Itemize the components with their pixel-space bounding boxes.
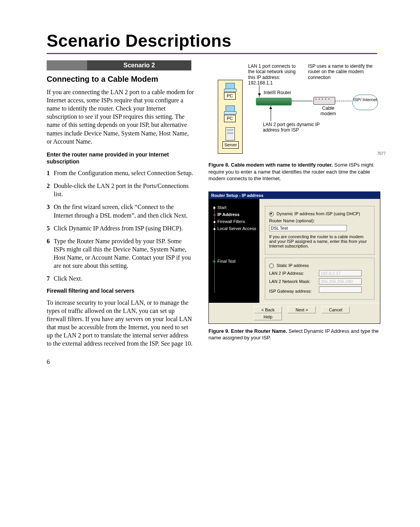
page-title: Scenario Descriptions (47, 31, 377, 51)
step: 3On the first wizard screen, click “Conn… (47, 203, 194, 219)
step: 2Double-click the LAN 2 port in the Port… (47, 182, 194, 198)
router-name-input[interactable]: DSL Test (269, 225, 347, 231)
cloud-icon: ISP/ Internet (352, 95, 378, 110)
nav-local-server[interactable]: Local Server Access (214, 226, 256, 231)
section-heading: Connecting to a Cable Modem (47, 74, 194, 84)
step: 7Click Next. (47, 274, 194, 283)
lan2-mask-label: LAN 2 Network Mask: (269, 279, 319, 284)
title-rule (47, 53, 377, 54)
help-button[interactable]: Help (254, 313, 282, 320)
pc-icon (224, 105, 236, 114)
nav-firewall[interactable]: Firewall Filters (214, 219, 256, 224)
pc-icon (224, 83, 236, 91)
gateway-label: ISP Gateway address: (269, 289, 319, 293)
wizard-nav: Start IP Address Firewall Filters Local … (209, 199, 259, 303)
figure8-caption: Figure 8. Cable modem with name to ident… (208, 162, 387, 182)
step: 5Click Dynamic IP Address from ISP (usin… (47, 224, 194, 232)
pc-label: PC (224, 115, 236, 122)
lan2-ip-label: LAN 2 IP Address: (269, 271, 319, 276)
steps-list: 1From the Configuration menu, select Con… (47, 169, 194, 283)
pc-label: PC (224, 92, 236, 100)
firewall-paragraph: To increase security to your local LAN, … (47, 299, 194, 348)
router-setup-dialog: Router Setup - IP address Start IP Addre… (208, 191, 380, 324)
lan2-text: LAN 2 port gets dynamic IP address from … (263, 122, 329, 133)
subheading-firewall: Firewall filtering and local servers (47, 287, 194, 294)
modem-icon (313, 97, 335, 105)
subheading-router-name: Enter the router name provided in your I… (47, 151, 194, 165)
server-icon (226, 127, 235, 141)
scenario-bar: Scenario 2 (47, 60, 194, 70)
lan2-ip-input[interactable]: 192.0.2.17 (319, 270, 362, 276)
isp-text: ISP uses a name to identify the router o… (308, 63, 374, 80)
server-label: Server (222, 141, 239, 149)
step: 1From the Configuration menu, select Con… (47, 169, 194, 177)
nav-final-test[interactable]: Final Test (214, 259, 256, 264)
figure9-caption: Figure 9. Enter the Router Name. Select … (208, 328, 387, 341)
back-button[interactable]: < Back (254, 306, 282, 313)
cancel-button[interactable]: Cancel (322, 306, 350, 313)
lan1-text: LAN 1 port connects to the local network… (248, 63, 303, 86)
nav-start[interactable]: Start (214, 205, 256, 210)
router-icon (256, 98, 292, 105)
next-button[interactable]: Next > (288, 306, 316, 313)
diagram-id: 7077 (377, 151, 386, 156)
step: 6Type the Router Name provided by your I… (47, 237, 194, 270)
nav-ip-address[interactable]: IP Address (214, 212, 256, 217)
scenario-label: Scenario 2 (87, 60, 191, 70)
cable-modem-label: Cable modem (317, 105, 340, 117)
dialog-title: Router Setup - IP address (209, 192, 380, 199)
router-name-hint: If you are connecting the router to a ca… (269, 234, 370, 248)
radio-static-ip[interactable] (269, 264, 274, 268)
lan2-mask-input[interactable]: 255.255.255.240 (319, 278, 362, 285)
network-diagram: PC PC Server LAN 1 port connects to the … (208, 63, 387, 157)
radio-static-label: Static IP address (276, 263, 309, 268)
page-number: 6 (47, 358, 194, 365)
radio-dynamic-label: Dynamic IP address from ISP (using DHCP) (276, 211, 360, 216)
radio-dynamic-ip[interactable] (269, 212, 274, 216)
gateway-input[interactable] (319, 286, 362, 293)
router-label: Intel® Router (264, 90, 291, 95)
intro-paragraph: If you are connecting the LAN 2 port to … (47, 88, 194, 146)
router-name-label: Router Name (optional): (269, 218, 370, 223)
